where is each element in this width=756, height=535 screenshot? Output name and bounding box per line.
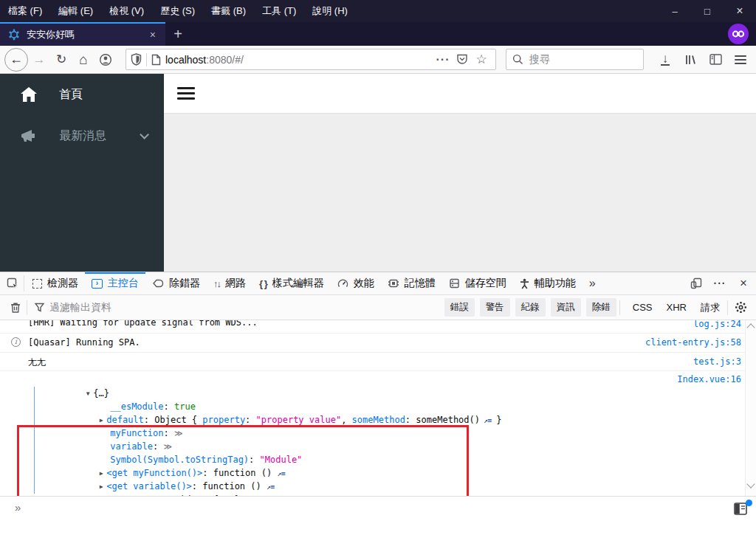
menu-help[interactable]: 說明 (H): [304, 0, 356, 22]
style-editor-icon: { }: [259, 278, 267, 289]
bookmark-star-icon[interactable]: ☆: [472, 50, 491, 69]
app-drawer: 首頁 最新消息: [0, 74, 164, 272]
filter-requests-button[interactable]: 請求: [696, 298, 724, 317]
tree-property[interactable]: variable: ≫: [57, 427, 172, 440]
browser-window: 檔案 (F) 編輯 (E) 檢視 (V) 歷史 (S) 書籤 (B) 工具 (T…: [0, 0, 756, 535]
source-link[interactable]: client-entry.js:58: [645, 337, 741, 348]
tracking-shield-icon[interactable]: [131, 53, 142, 66]
maximize-button[interactable]: □: [691, 0, 724, 22]
tree-property[interactable]: __esModule: true: [57, 387, 196, 400]
tree-property[interactable]: ▶<get variable()>: function () ↗≡: [43, 466, 274, 480]
tree-property[interactable]: Symbol(Symbol.toStringTag): "Module": [57, 440, 302, 453]
page-actions-icon[interactable]: ···: [433, 50, 453, 69]
app-menu-icon[interactable]: [729, 49, 752, 71]
jump-to-definition-icon[interactable]: ↗≡: [267, 483, 274, 491]
devtools-panel: 檢測器 › 主控台 除錯器 ↑↓ 網路 { } 樣式編輯器: [0, 272, 756, 535]
performance-icon: [337, 278, 348, 289]
tab-inspector[interactable]: 檢測器: [26, 272, 85, 294]
clear-console-icon[interactable]: [6, 302, 25, 314]
filter-separator: [27, 300, 27, 315]
tab-close-icon[interactable]: ×: [146, 27, 159, 42]
sidebar-item-home[interactable]: 首頁: [0, 74, 164, 115]
page-menu-icon[interactable]: [177, 87, 195, 100]
responsive-design-icon[interactable]: [687, 277, 706, 289]
console-scrollbar[interactable]: [745, 320, 756, 496]
page-info-icon[interactable]: [151, 54, 161, 66]
tree-property[interactable]: ▶<get myFunction()>: function () ↗≡: [43, 453, 285, 466]
browser-tab[interactable]: 安安你好嗎 ×: [0, 22, 165, 46]
tab-storage[interactable]: 儲存空間: [442, 272, 513, 294]
tab-console[interactable]: › 主控台: [85, 272, 145, 294]
menu-edit[interactable]: 編輯 (E): [50, 0, 101, 22]
lazy-getter-icon[interactable]: ≫: [174, 429, 183, 438]
search-bar[interactable]: 搜尋: [506, 49, 644, 70]
menu-file[interactable]: 檔案 (F): [0, 0, 50, 22]
filter-info-button[interactable]: 資訊: [551, 298, 581, 317]
pick-element-icon[interactable]: [3, 272, 22, 294]
sidebars-icon[interactable]: [704, 49, 726, 71]
close-button[interactable]: ×: [724, 0, 756, 22]
tree-property[interactable]: myFunction: ≫: [57, 413, 182, 427]
console-log-row[interactable]: 尢尢 test.js:3: [0, 353, 756, 371]
jump-to-definition-icon[interactable]: ↗≡: [480, 416, 491, 424]
filter-errors-button[interactable]: 錯誤: [444, 298, 475, 317]
tab-accessibility[interactable]: 輔助功能: [513, 272, 583, 294]
inspector-icon: [32, 279, 42, 289]
megaphone-icon: [19, 127, 38, 145]
menu-history[interactable]: 歷史 (S): [152, 0, 203, 22]
menu-view[interactable]: 檢視 (V): [101, 0, 152, 22]
downloads-icon[interactable]: ↓: [654, 49, 676, 71]
tab-network[interactable]: ↑↓ 網路: [207, 272, 252, 294]
jump-to-definition-icon[interactable]: ↗≡: [277, 469, 284, 477]
home-icon[interactable]: ⌂: [72, 49, 94, 71]
new-tab-button[interactable]: +: [165, 22, 190, 46]
devtools-close-icon[interactable]: ×: [734, 276, 753, 291]
console-info-row[interactable]: i [Quasar] Running SPA. client-entry.js:…: [0, 334, 756, 353]
page-header: [164, 74, 756, 114]
library-icon[interactable]: [679, 49, 701, 71]
accessibility-icon: [520, 278, 529, 289]
filter-xhr-button[interactable]: XHR: [662, 299, 691, 316]
split-console-icon[interactable]: [734, 503, 750, 517]
minimize-button[interactable]: –: [659, 0, 691, 22]
source-link[interactable]: test.js:3: [693, 356, 741, 367]
object-summary[interactable]: ▼{…}: [30, 373, 109, 387]
console-settings-gear-icon[interactable]: [731, 301, 750, 314]
sidebar-item-label: 最新消息: [59, 128, 106, 144]
menu-tools[interactable]: 工具 (T): [254, 0, 304, 22]
forward-icon[interactable]: →: [28, 49, 50, 71]
scroll-up-icon[interactable]: [746, 323, 755, 331]
filter-warnings-button[interactable]: 警告: [480, 298, 510, 317]
tab-memory[interactable]: 記憶體: [381, 272, 442, 294]
containers-extension-icon[interactable]: [728, 24, 749, 44]
pocket-icon[interactable]: [453, 50, 472, 69]
sidebar-item-news[interactable]: 最新消息: [0, 115, 164, 156]
filter-debug-button[interactable]: 除錯: [586, 298, 616, 317]
filter-css-button[interactable]: CSS: [628, 299, 657, 316]
filter-separator: [619, 300, 620, 315]
source-link[interactable]: log.js:24: [693, 320, 741, 329]
url-bar[interactable]: localhost:8080/#/ ··· ☆: [126, 49, 496, 70]
devtools-toolbar: 檢測器 › 主控台 除錯器 ↑↓ 網路 { } 樣式編輯器: [0, 272, 756, 295]
account-icon[interactable]: [94, 49, 117, 71]
tree-property[interactable]: ▶<prototype>: Object { … }: [43, 480, 240, 493]
tab-debugger[interactable]: 除錯器: [145, 272, 207, 294]
menu-bookmarks[interactable]: 書籤 (B): [203, 0, 254, 22]
page-content: 首頁 最新消息: [0, 74, 756, 272]
console-input-row[interactable]: »: [0, 496, 756, 535]
reload-icon[interactable]: ↻: [50, 49, 72, 71]
devtools-options-icon[interactable]: ···: [710, 277, 729, 289]
tab-style-editor[interactable]: { } 樣式編輯器: [252, 272, 331, 294]
filter-input[interactable]: 過濾輸出資料: [49, 301, 111, 314]
console-filter-bar: 過濾輸出資料 錯誤 警告 紀錄 資訊 除錯 CSS XHR 請求: [0, 295, 756, 320]
url-text[interactable]: localhost:8080/#/: [165, 54, 433, 66]
filter-logs-button[interactable]: 紀錄: [515, 298, 546, 317]
tab-performance[interactable]: 效能: [331, 272, 381, 294]
tree-property[interactable]: ▶default: Object { property: "property v…: [43, 400, 502, 413]
scroll-down-icon[interactable]: [746, 480, 755, 488]
console-log-row[interactable]: [HMR] Waiting for update signal from WDS…: [0, 320, 756, 334]
source-link[interactable]: Index.vue:16: [677, 374, 741, 384]
more-tabs-button[interactable]: »: [583, 272, 602, 294]
console-object-row[interactable]: Index.vue:16 ▼{…} __esModule: true ▶defa…: [0, 371, 756, 496]
back-icon[interactable]: ←: [4, 48, 28, 72]
